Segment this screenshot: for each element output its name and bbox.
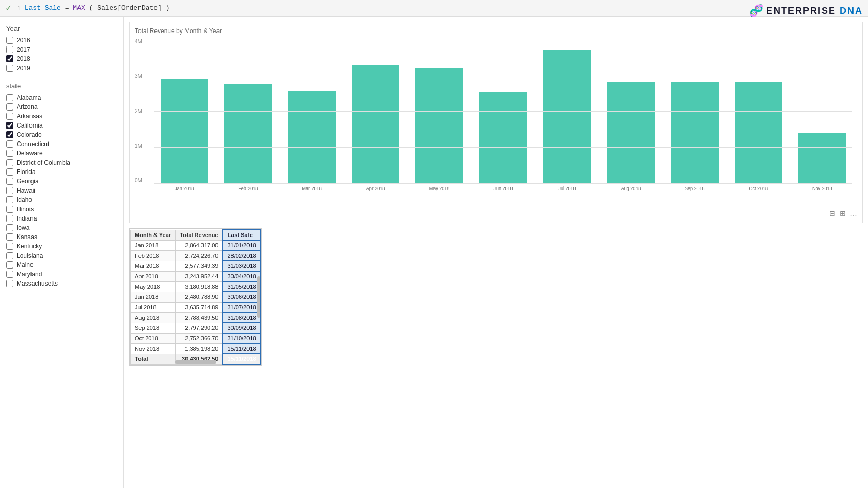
table-row[interactable]: Jul 20183,635,714.8931/07/2018 [131,302,261,312]
state-checkbox-louisiana[interactable] [6,252,13,259]
state-checkbox-delaware[interactable] [6,150,13,157]
state-filter-item-kentucky[interactable]: Kentucky [6,243,117,250]
logo-area: 🧬 ENTERPRISE DNA [749,4,863,18]
state-filter-item-california[interactable]: California [6,122,117,129]
bar-feb-2018[interactable] [224,84,272,183]
year-filter-item-2017[interactable]: 2017 [6,46,117,53]
state-filter-item-idaho[interactable]: Idaho [6,196,117,203]
bar-may-2018[interactable] [415,68,463,183]
state-checkbox-florida[interactable] [6,168,13,176]
expand-button[interactable]: ⊞ [840,209,846,217]
table-row[interactable]: Sep 20182,797,290.2030/09/2018 [131,323,261,333]
cell-revenue: 3,635,714.89 [176,302,223,312]
year-filter-item-2018[interactable]: 2018 [6,55,117,62]
table-row[interactable]: Mar 20182,577,349.3931/03/2018 [131,261,261,271]
state-filter-item-colorado[interactable]: Colorado [6,131,117,138]
bar-sep-2018[interactable] [671,82,718,183]
table-row[interactable]: Jan 20182,864,317.0031/01/2018 [131,240,261,250]
bar-group-oct-2018[interactable] [729,39,788,183]
state-label-arkansas: Arkansas [17,113,42,120]
bar-oct-2018[interactable] [735,82,782,183]
state-filter-item-massachusetts[interactable]: Massachusetts [6,280,117,287]
bar-group-mar-2018[interactable] [282,39,342,183]
state-checkbox-district-of-columbia[interactable] [6,159,13,166]
state-label-florida: Florida [17,168,36,176]
state-filter-item-illinois[interactable]: Illinois [6,206,117,213]
state-filter-item-connecticut[interactable]: Connecticut [6,140,117,148]
bar-group-sep-2018[interactable] [665,39,724,183]
bar-group-jul-2018[interactable] [537,39,597,183]
table-row[interactable]: Feb 20182,724,226.7028/02/2018 [131,250,261,261]
state-checkbox-colorado[interactable] [6,131,13,138]
state-filter-item-iowa[interactable]: Iowa [6,224,117,231]
bar-jul-2018[interactable] [543,50,591,183]
bar-mar-2018[interactable] [288,91,335,183]
state-filter-item-kansas[interactable]: Kansas [6,233,117,241]
more-button[interactable]: … [850,209,857,217]
state-checkbox-indiana[interactable] [6,215,13,222]
year-checkbox-2016[interactable] [6,37,13,44]
bar-group-apr-2018[interactable] [346,39,405,183]
bar-group-feb-2018[interactable] [218,39,277,183]
state-checkbox-massachusetts[interactable] [6,280,13,287]
bar-jan-2018[interactable] [161,79,208,183]
year-checkbox-2019[interactable] [6,65,13,72]
state-filter-item-louisiana[interactable]: Louisiana [6,252,117,259]
state-filter-item-hawaii[interactable]: Hawaii [6,187,117,194]
state-filter-item-florida[interactable]: Florida [6,168,117,176]
state-filter-item-arkansas[interactable]: Arkansas [6,113,117,120]
state-filter-item-delaware[interactable]: Delaware [6,150,117,157]
y-label-0m: 0M [135,178,153,183]
state-checkbox-maryland[interactable] [6,271,13,278]
year-checkbox-2017[interactable] [6,46,13,53]
state-checkbox-arizona[interactable] [6,103,13,111]
horizontal-scrollbar[interactable] [175,360,216,364]
bar-apr-2018[interactable] [352,65,399,183]
state-checkbox-arkansas[interactable] [6,113,13,120]
state-filter-item-georgia[interactable]: Georgia [6,178,117,185]
year-filter-item-2016[interactable]: 2016 [6,37,117,44]
state-filter-item-alabama[interactable]: Alabama [6,94,117,101]
bar-group-jun-2018[interactable] [473,39,533,183]
state-checkbox-kansas[interactable] [6,233,13,241]
cell-revenue: 2,724,226.70 [176,250,223,261]
state-checkbox-illinois[interactable] [6,206,13,213]
bar-aug-2018[interactable] [607,82,655,183]
state-checkbox-alabama[interactable] [6,94,13,101]
table-row[interactable]: Jun 20182,480,788.9030/06/2018 [131,292,261,302]
table-row[interactable]: Nov 20181,385,198.2015/11/2018 [131,343,261,354]
state-checkbox-hawaii[interactable] [6,187,13,194]
vertical-scrollbar[interactable] [257,276,260,318]
state-filter-item-district-of-columbia[interactable]: District of Columbia [6,159,117,166]
year-filter-item-2019[interactable]: 2019 [6,65,117,72]
state-filter-item-maryland[interactable]: Maryland [6,271,117,278]
bar-group-jan-2018[interactable] [154,39,214,183]
bar-nov-2018[interactable] [798,133,846,183]
state-checkbox-kentucky[interactable] [6,243,13,250]
table-row[interactable]: Aug 20182,788,439.5031/08/2018 [131,312,261,323]
state-checkbox-connecticut[interactable] [6,140,13,148]
state-checkbox-california[interactable] [6,122,13,129]
state-label-delaware: Delaware [17,150,43,157]
x-label-nov-2018: Nov 2018 [793,186,852,191]
filter-button[interactable]: ⊟ [829,209,835,217]
cell-month: Aug 2018 [131,312,176,323]
bar-group-may-2018[interactable] [410,39,469,183]
bar-jun-2018[interactable] [479,92,527,183]
state-checkbox-iowa[interactable] [6,224,13,231]
state-checkbox-maine[interactable] [6,261,13,269]
year-checkbox-2018[interactable] [6,55,13,62]
table-row[interactable]: May 20183,180,918.8831/05/2018 [131,281,261,292]
table-row[interactable]: Apr 20183,243,952.4430/04/2018 [131,271,261,281]
bar-group-aug-2018[interactable] [601,39,660,183]
year-filter-title: Year [6,25,117,33]
checkmark-icon[interactable]: ✓ [5,3,12,13]
state-checkbox-idaho[interactable] [6,196,13,203]
state-label-district-of-columbia: District of Columbia [17,159,70,166]
table-row[interactable]: Oct 20182,752,366.7031/10/2018 [131,333,261,343]
state-filter-item-arizona[interactable]: Arizona [6,103,117,111]
state-filter-item-indiana[interactable]: Indiana [6,215,117,222]
state-filter-item-maine[interactable]: Maine [6,261,117,269]
bar-group-nov-2018[interactable] [793,39,852,183]
state-checkbox-georgia[interactable] [6,178,13,185]
